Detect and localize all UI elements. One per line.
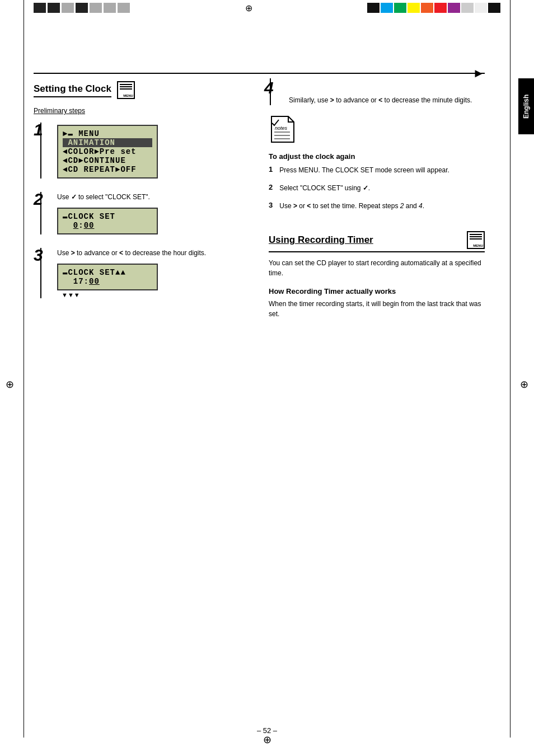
step4-num: 4 [264,78,274,97]
lcd1-line3: ◄COLOR►Pre set [63,147,152,156]
svg-text:notes: notes [275,125,288,131]
step4-block: 4 Similarly, use > to advance or < to de… [269,78,485,105]
top-separator-line [34,73,485,74]
adjust-step1-num: 1 [269,165,273,179]
bottom-crosshair: ⊕ [263,734,271,746]
step3-arrow-hint: ▼▼▼ [62,292,257,298]
left-col: Setting the Clock MENU Preliminary steps… [34,81,257,312]
setting-clock-menu-icon: MENU [117,81,135,99]
how-works-heading: How Recording Timer actually works [269,287,485,295]
recording-timer-menu-icon: MENU [467,231,485,249]
color-r9 [475,3,487,13]
recording-timer-heading: Using Recording Timer [269,234,373,246]
adjust-clock-heading: To adjust the clock again [269,152,485,161]
lcd1-line1: ►▬ MENU [63,129,152,138]
color-r1 [367,3,380,13]
recording-timer-heading-row: Using Recording Timer MENU [269,231,485,252]
color-r2 [381,3,393,13]
step3-num: 3 [34,246,43,265]
adjust-steps: 1 Press MENU. The CLOCK SET mode screen … [269,165,485,214]
lcd1-line4: ◄CD►CONTINUE [63,156,152,165]
right-border [510,16,510,738]
step3-block: 3 Use > to advance or < to decrease the … [34,248,257,298]
step1-num: 1 [34,120,43,139]
how-works-text: When the timer recording starts, it will… [269,299,485,319]
lcd3-line1: ▬CLOCK SET▲▲ [63,268,152,277]
color-block-2 [48,3,60,13]
lcd2-line2: 0:00 [63,221,152,230]
english-tab: English [518,78,534,134]
color-block-4 [76,3,88,13]
adjust-step2-text: Select "CLOCK SET" using ✓. [279,183,370,193]
color-block-7 [118,3,130,13]
color-r6 [434,3,447,13]
adjust-step1-text: Press MENU. The CLOCK SET mode screen wi… [279,165,449,175]
step1-lcd: ►▬ MENU ANIMATION ◄COLOR►Pre set ◄CD►CON… [57,125,158,179]
left-crosshair: ⊕ [6,378,14,391]
step2-lcd: ▬CLOCK SET 0:00 [57,208,158,234]
recording-timer-menu-label: MENU [473,244,483,247]
lcd1-line5: ◄CD REPEAT►OFF [63,165,152,174]
adjust-step3-num: 3 [269,201,273,214]
step4-spacer [289,78,485,95]
top-bar: ⊕ [0,0,534,16]
top-crosshair: ⊕ [130,0,367,16]
setting-clock-heading: Setting the Clock [34,83,111,97]
step3-lcd: ▬CLOCK SET▲▲ 17:00 [57,264,158,290]
step3-desc: Use > to advance or < to decrease the ho… [57,248,257,258]
left-border [24,16,24,738]
color-r8 [461,3,474,13]
top-bar-left-blocks [34,0,130,16]
adjust-step3-text: Use > or < to set the time. Repeat steps… [279,201,424,211]
lcd1-line2: ANIMATION [63,138,152,147]
right-crosshair: ⊕ [520,378,528,391]
lcd2-line1: ▬CLOCK SET [63,212,152,221]
recording-timer-intro: You can set the CD player to start recor… [269,258,485,278]
preliminary-label: Preliminary steps [34,107,257,115]
color-r5 [421,3,433,13]
adjust-clock-section: To adjust the clock again 1 Press MENU. … [269,152,485,214]
setting-clock-menu-label: MENU [123,94,133,97]
lcd3-cursor: 00 [89,277,100,286]
right-col-top: 4 Similarly, use > to advance or < to de… [269,78,485,322]
step2-block: 2 Use ✓ to select "CLOCK SET". ▬CLOCK SE… [34,192,257,234]
color-block-3 [62,3,74,13]
color-r10 [488,3,500,13]
step4-desc: Similarly, use > to advance or < to decr… [289,95,485,105]
adjust-step-2: 2 Select "CLOCK SET" using ✓. [269,183,485,196]
color-block-6 [104,3,116,13]
top-bar-right-blocks [367,0,500,16]
step1-block: 1 ►▬ MENU ANIMATION ◄COLOR►Pre set ◄CD►C… [34,123,257,179]
notes-section: notes [269,115,485,143]
step2-desc: Use ✓ to select "CLOCK SET". [57,192,257,202]
lcd2-cursor1: 0 [73,221,78,230]
lcd2-cursor2: 00 [84,221,95,230]
step2-num: 2 [34,190,43,209]
adjust-step2-num: 2 [269,183,273,196]
color-block-1 [34,3,46,13]
main-content: ► 4 Similarly, use > to advance or < to … [34,39,500,722]
notes-icon: notes [269,115,297,143]
setting-clock-heading-row: Setting the Clock MENU [34,81,257,99]
color-block-5 [90,3,102,13]
lcd3-line2: 17:00 [63,277,152,286]
color-r7 [448,3,460,13]
adjust-step-1: 1 Press MENU. The CLOCK SET mode screen … [269,165,485,179]
color-r4 [407,3,420,13]
color-r3 [394,3,406,13]
adjust-step-3: 3 Use > or < to set the time. Repeat ste… [269,201,485,214]
